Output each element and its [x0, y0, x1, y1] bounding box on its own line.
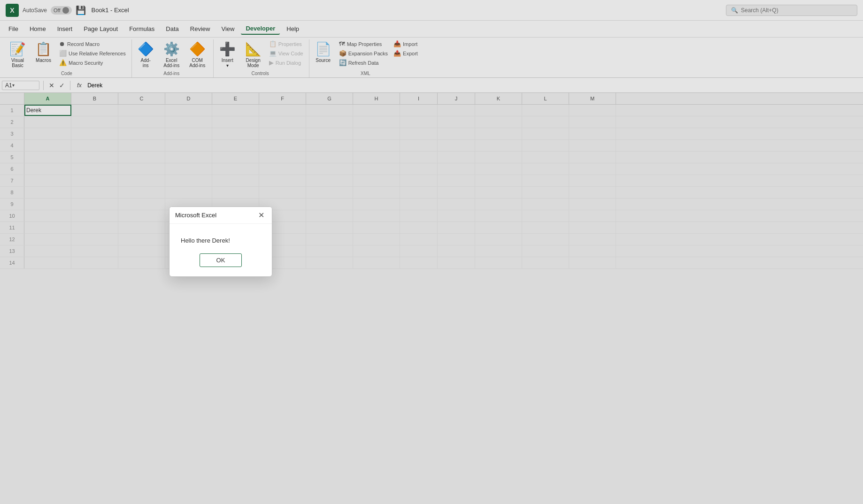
message-dialog: Microsoft Excel ✕ Hello there Derek! OK: [169, 206, 272, 269]
dialog-overlay: Microsoft Excel ✕ Hello there Derek! OK: [0, 0, 863, 269]
dialog-body: Hello there Derek!: [170, 224, 272, 253]
dialog-title: Microsoft Excel: [175, 212, 216, 219]
dialog-title-bar: Microsoft Excel ✕: [170, 207, 272, 224]
dialog-footer: OK: [170, 253, 272, 269]
dialog-message: Hello there Derek!: [181, 237, 230, 244]
dialog-close-button[interactable]: ✕: [256, 211, 266, 220]
dialog-ok-button[interactable]: OK: [200, 253, 242, 267]
